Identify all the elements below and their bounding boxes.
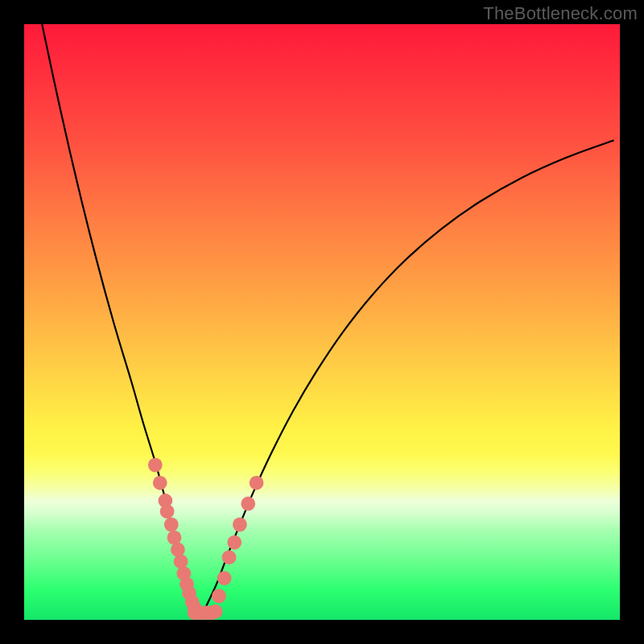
marker-point xyxy=(171,543,185,557)
marker-point xyxy=(212,589,226,604)
marker-point xyxy=(241,497,255,511)
curve-right-branch xyxy=(203,140,614,613)
marker-point xyxy=(153,476,167,490)
marker-point xyxy=(217,571,232,585)
marker-point xyxy=(164,518,179,532)
marker-point xyxy=(250,476,264,490)
curve-layer xyxy=(24,24,620,620)
marker-point xyxy=(160,504,175,518)
marker-group xyxy=(148,458,264,620)
chart-frame: TheBottleneck.com xyxy=(0,0,644,644)
marker-point xyxy=(174,555,188,569)
marker-point xyxy=(208,605,223,619)
marker-point xyxy=(233,518,247,532)
watermark-text: TheBottleneck.com xyxy=(483,3,638,24)
plot-area xyxy=(24,24,620,620)
marker-point xyxy=(227,535,242,550)
marker-point xyxy=(222,550,237,564)
marker-point xyxy=(148,458,163,473)
